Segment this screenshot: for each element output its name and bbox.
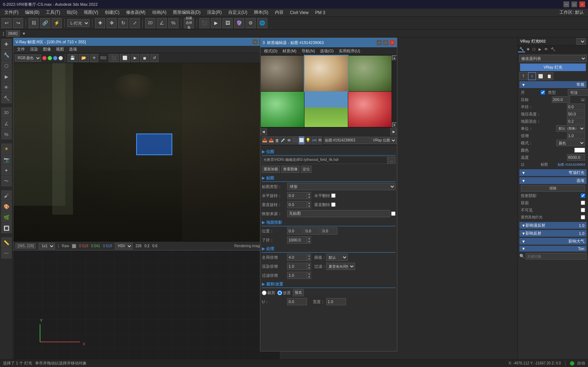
menu-file[interactable]: 文件(F) <box>1 9 21 16</box>
color-circle-blue[interactable] <box>53 56 57 60</box>
display-tab[interactable]: 👁 <box>543 47 549 52</box>
stop-btn[interactable]: ⏹ <box>140 54 149 62</box>
scroll-track[interactable] <box>392 60 397 122</box>
snap-button[interactable]: 2D <box>145 18 155 28</box>
render-frame-button[interactable]: 🖼 <box>222 18 233 28</box>
vert-flip-check[interactable] <box>331 202 336 207</box>
render-mult-input[interactable] <box>287 263 307 270</box>
show-in-vp-btn[interactable]: 👁 <box>287 136 291 144</box>
snap-3d-icon[interactable]: 3D <box>1 108 12 118</box>
3d-viewport[interactable]: [线框] X Y <box>13 247 280 366</box>
menu-content[interactable]: 内容 <box>272 9 286 16</box>
horiz-up-btn[interactable]: ▲ <box>307 192 311 196</box>
vray-minimize-btn[interactable]: ─ <box>252 39 258 44</box>
render-btn[interactable]: ▶ <box>131 54 139 62</box>
save-image-btn[interactable]: 💾 <box>68 54 78 62</box>
barn-light-section[interactable]: ▼ 穹顶灯光 <box>519 169 587 176</box>
mode-dropdown[interactable]: 颜色 <box>556 140 585 146</box>
scroll-down-btn[interactable]: ▼ <box>392 122 397 127</box>
menu-group[interactable]: 组(G) <box>64 9 80 16</box>
filter-dropdown[interactable]: 夏普各向同性 <box>326 263 355 270</box>
options-btn[interactable]: ⚙ <box>318 136 322 144</box>
temp-input[interactable] <box>567 154 585 161</box>
color-circle-red[interactable] <box>42 56 47 60</box>
scroll-up-btn[interactable]: ▲ <box>392 55 397 60</box>
hierarchy-tab[interactable]: ⬡ <box>531 47 537 52</box>
width-input[interactable] <box>326 298 346 305</box>
camera-icon[interactable]: 📷 <box>1 154 12 165</box>
env-button[interactable]: 🌐 <box>257 18 267 28</box>
horiz-rotate-input[interactable] <box>287 192 307 199</box>
nav-left-btn[interactable]: ◄ <box>260 128 267 136</box>
map-type-dropdown[interactable]: 球形 <box>287 183 395 190</box>
rotate-button[interactable]: ↻ <box>118 18 128 28</box>
menu-render[interactable]: 渲染(R) <box>204 9 225 16</box>
menu-create[interactable]: 创建(C) <box>102 9 122 16</box>
vray-menu-image[interactable]: 图像 <box>41 46 53 52</box>
om-up-btn[interactable]: ▲ <box>307 254 311 257</box>
menu-customize[interactable]: 自定义(U) <box>225 9 250 16</box>
on-checkbox[interactable] <box>541 90 545 95</box>
ton-section[interactable]: ▼ Ton <box>519 246 587 252</box>
mat-menu-mat[interactable]: 材质(M) <box>280 48 299 54</box>
horiz-down-btn[interactable]: ▼ <box>307 196 311 199</box>
vray-menu-view[interactable]: 视图 <box>54 46 66 52</box>
menu-modifier[interactable]: 修改器(M) <box>123 9 148 16</box>
modify-tab[interactable]: 🔧 <box>518 46 525 52</box>
crop-radio[interactable] <box>262 290 267 295</box>
menu-civil-view[interactable]: Civil View <box>287 9 312 16</box>
vray-menu-file[interactable]: 文件 <box>15 46 27 52</box>
affect-atmos-section[interactable]: ▼ 影响大气 <box>519 238 587 245</box>
mat-minimize-btn[interactable]: ─ <box>377 40 382 45</box>
prop-icon-2[interactable]: I <box>528 72 536 80</box>
radius-down-btn[interactable]: ▼ <box>307 240 311 243</box>
reload-btn[interactable]: 重新加载 <box>262 166 280 173</box>
render-select-button[interactable]: 创建选择集 <box>184 18 194 28</box>
mat-cell-1[interactable] <box>261 56 304 91</box>
measure-icon[interactable]: 📏 <box>1 237 12 248</box>
crosshair-btn[interactable]: ✛ <box>90 54 98 62</box>
cast-shadow-check[interactable] <box>581 193 585 198</box>
open-btn[interactable]: 📂 <box>79 54 89 62</box>
mat-menu-utils[interactable]: 实用程序(U) <box>337 48 362 54</box>
rm-up-btn[interactable]: ▲ <box>307 263 311 266</box>
angle-icon[interactable]: ∠ <box>1 118 12 128</box>
mat-editor-button[interactable]: 🔮 <box>234 18 244 28</box>
motion-tab[interactable]: ▶ <box>537 47 543 52</box>
menu-edit[interactable]: 编辑(B) <box>22 9 42 16</box>
modifier-list-dropdown[interactable]: 修改器列表 <box>519 55 587 62</box>
target-up[interactable]: ▲ <box>581 98 585 101</box>
mat-menu-mode[interactable]: 模式(D) <box>262 48 280 54</box>
modify-icon[interactable]: 🔧 <box>1 50 12 60</box>
prop-icon-4[interactable]: 📋 <box>545 72 553 80</box>
interp-dropdown[interactable]: 默认 <box>326 254 348 261</box>
color-box[interactable] <box>574 148 585 153</box>
create-tab[interactable]: ✚ <box>525 47 531 52</box>
unlink-button[interactable]: 🔗 <box>40 18 50 28</box>
select-button[interactable]: ✚ <box>95 18 105 28</box>
mat-cell-3[interactable] <box>348 56 392 91</box>
region-btn[interactable]: ⬜ <box>120 54 130 62</box>
show-end-btn[interactable]: ⬛ <box>292 136 298 144</box>
prop-icon-3[interactable]: ⬜ <box>537 72 545 80</box>
mat-type-dropdown[interactable]: VRay 位图 <box>371 137 397 144</box>
percent-icon[interactable]: % <box>1 129 12 139</box>
backlight-btn[interactable]: 💡 <box>305 136 311 144</box>
mat-menu-nav[interactable]: 导航(N) <box>299 48 317 54</box>
texture-val[interactable]: 贴图 #1914239063 <box>548 162 585 167</box>
reset-btn[interactable]: ↺ <box>150 54 159 62</box>
cloth-icon[interactable]: 🔳 <box>1 223 12 233</box>
vert-up-btn[interactable]: ▲ <box>307 201 311 205</box>
vert-down-btn[interactable]: ▼ <box>307 205 311 208</box>
put-mat-btn[interactable]: 📤 <box>268 136 274 144</box>
overall-mult-input[interactable] <box>287 254 307 261</box>
minimize-button[interactable]: ─ <box>563 1 569 7</box>
close-button[interactable]: × <box>579 1 585 7</box>
mat-cell-6[interactable] <box>348 92 392 127</box>
mat-cell-5[interactable] <box>304 92 348 127</box>
filter-mult-input[interactable] <box>287 272 307 279</box>
render-scene-button[interactable]: ⬛ <box>199 18 209 28</box>
motion-icon[interactable]: ▶ <box>1 71 12 82</box>
wireframe-label[interactable]: [线框] <box>6 30 20 37</box>
nav-right-btn[interactable]: ► <box>390 128 397 136</box>
